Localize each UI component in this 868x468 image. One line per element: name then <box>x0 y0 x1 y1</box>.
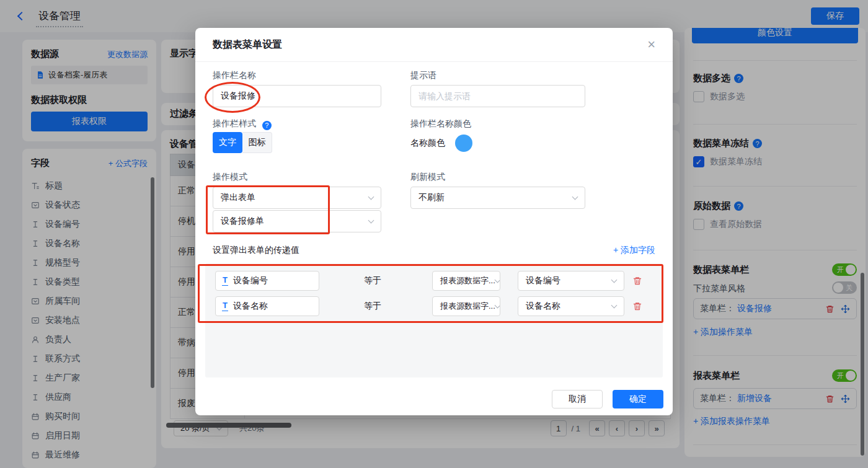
app-window: 设备管理 保存 数据源 更改数据源 设备档案-履历表 数据获取权限 报表权限 字… <box>0 0 868 468</box>
cancel-button[interactable]: 取消 <box>552 390 603 408</box>
action-style-label: 操作栏样式 ? <box>213 118 272 130</box>
transfer-values-title: 设置弹出表单的传递值 <box>213 245 299 256</box>
operator-label: 等于 <box>364 275 381 286</box>
operator-label: 等于 <box>364 301 381 312</box>
select-value: 设备名称 <box>526 301 560 312</box>
action-name-input[interactable] <box>213 85 381 107</box>
select-value: 设备报修单 <box>221 216 264 227</box>
dialog-title: 数据表菜单设置 <box>213 38 282 51</box>
name-color-swatch[interactable] <box>455 135 472 152</box>
transfer-row: T 设备名称 等于 报表源数据字... 设备名称 <box>215 296 653 316</box>
refresh-mode-select[interactable]: 不刷新 <box>410 187 585 209</box>
tab-text[interactable]: 文字 <box>213 132 242 153</box>
refresh-mode-label: 刷新模式 <box>410 172 445 183</box>
field-name-box[interactable]: T 设备名称 <box>215 296 319 316</box>
tip-input[interactable] <box>410 85 585 107</box>
select-value: 弹出表单 <box>221 192 255 203</box>
text-field-icon: T <box>222 276 228 285</box>
field-name: 设备名称 <box>233 301 268 312</box>
trash-icon[interactable] <box>632 301 642 311</box>
action-name-label: 操作栏名称 <box>213 70 256 81</box>
chevron-down-icon <box>368 217 374 223</box>
select-value: 设备编号 <box>526 275 560 286</box>
source-type-select[interactable]: 报表源数据字... <box>432 296 500 316</box>
help-icon[interactable]: ? <box>262 121 272 130</box>
select-value: 不刷新 <box>418 192 445 203</box>
field-name-box[interactable]: T 设备编号 <box>215 271 319 291</box>
transfer-row: T 设备编号 等于 报表源数据字... 设备编号 <box>215 271 653 291</box>
tip-label: 提示语 <box>410 70 436 81</box>
operation-mode-select[interactable]: 弹出表单 <box>213 187 381 209</box>
tab-icon[interactable]: 图标 <box>242 132 272 153</box>
table-menu-settings-dialog: 数据表菜单设置 × 操作栏名称 提示语 操作栏样式 ? 操作栏名称颜色 文字 图… <box>195 28 673 415</box>
name-color-label: 名称颜色 <box>410 138 445 149</box>
text-field-icon: T <box>222 301 228 311</box>
select-value: 报表源数据字... <box>440 301 495 312</box>
target-form-select[interactable]: 设备报修单 <box>213 210 381 232</box>
source-field-select[interactable]: 设备名称 <box>518 296 624 316</box>
operation-mode-label: 操作模式 <box>213 172 247 183</box>
ok-button[interactable]: 确定 <box>613 390 663 408</box>
action-name-color-label: 操作栏名称颜色 <box>410 118 471 130</box>
source-type-select[interactable]: 报表源数据字... <box>432 271 500 291</box>
close-icon[interactable]: × <box>647 38 655 51</box>
field-name: 设备编号 <box>233 275 268 286</box>
chevron-down-icon <box>611 276 618 283</box>
add-field-link[interactable]: + 添加字段 <box>613 245 655 256</box>
trash-icon[interactable] <box>632 276 642 286</box>
chevron-down-icon <box>611 302 618 308</box>
select-value: 报表源数据字... <box>440 275 495 286</box>
chevron-down-icon <box>572 193 578 200</box>
chevron-down-icon <box>368 193 374 200</box>
action-style-label-text: 操作栏样式 <box>213 118 256 128</box>
transfer-values-panel: T 设备编号 等于 报表源数据字... 设备编号 T 设备名称 <box>205 263 663 377</box>
source-field-select[interactable]: 设备编号 <box>518 271 624 291</box>
style-tabs: 文字 图标 <box>213 132 272 153</box>
